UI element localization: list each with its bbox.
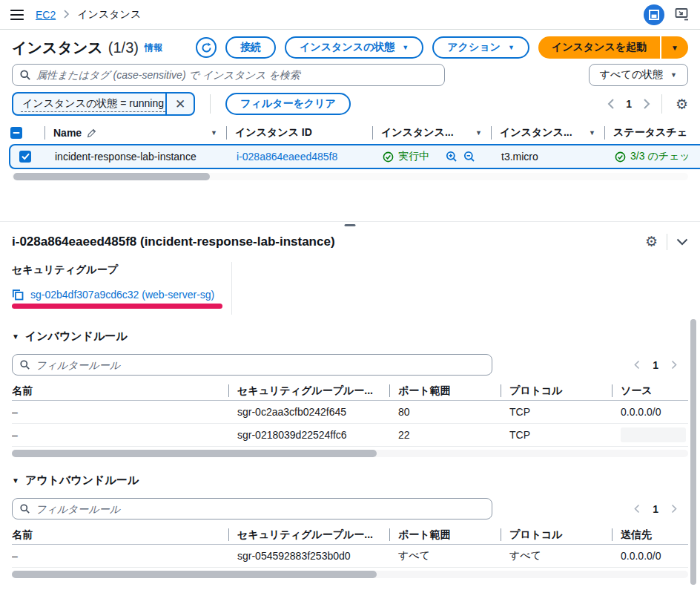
outbound-rule-row[interactable]: – sgr-054592883f253b0d0 すべて すべて 0.0.0.0/… (12, 545, 688, 568)
column-header[interactable]: 名前 (12, 381, 228, 400)
inbound-rules-toggle[interactable]: ▼ インバウンドルール (12, 330, 688, 344)
section-expand-triangle-icon: ▼ (12, 476, 19, 485)
section-expand-triangle-icon: ▼ (12, 332, 19, 341)
column-header[interactable]: プロトコル (501, 381, 612, 400)
column-header[interactable]: ソース (612, 381, 688, 400)
edit-name-icon[interactable] (87, 128, 96, 138)
instance-state-dropdown[interactable]: インスタンスの状態▼ (285, 36, 423, 59)
sort-caret-icon[interactable]: ▼ (589, 129, 595, 137)
connect-button[interactable]: 接続 (225, 36, 276, 59)
column-header[interactable]: セキュリティグループルー... (228, 381, 389, 400)
state-filter-select[interactable]: すべての状態▼ (589, 64, 688, 86)
horizontal-scrollbar-track[interactable] (12, 571, 688, 578)
breadcrumb-ec2-link[interactable]: EC2 (36, 9, 56, 21)
terminal-window-icon[interactable] (675, 7, 690, 22)
inbound-rules-title: インバウンドルール (25, 330, 128, 344)
split-panel-icon[interactable] (644, 4, 664, 25)
search-input[interactable] (36, 69, 437, 81)
clear-filters-button[interactable]: フィルターをクリア (225, 93, 351, 115)
outbound-filter-input[interactable] (36, 503, 484, 515)
inbound-rules-section: ▼ インバウンドルール 1 名前 セキュリティグループルー... ポート範囲 プ… (0, 330, 700, 457)
red-marker-underline (12, 304, 222, 309)
divider (231, 262, 232, 315)
actions-dropdown[interactable]: アクション▼ (432, 36, 529, 59)
column-header[interactable]: 送信先 (612, 525, 688, 544)
column-header-instance-id[interactable]: インスタンス ID (226, 122, 372, 144)
top-navigation-bar: EC2 インスタンス (0, 0, 700, 30)
previous-page-icon[interactable] (633, 360, 641, 370)
current-page[interactable]: 1 (626, 98, 632, 110)
panel-collapse-chevron-icon[interactable] (676, 238, 688, 246)
panel-title: i-028a864eaeed485f8 (incident-response-l… (12, 235, 335, 249)
inbound-filter-input[interactable] (36, 359, 484, 371)
column-header[interactable]: ポート範囲 (389, 381, 501, 400)
inbound-rule-row[interactable]: – sgr-0c2aa3cfb0242f645 80 TCP 0.0.0.0/0 (12, 401, 688, 424)
inbound-pagination: 1 (633, 359, 688, 371)
vertical-scrollbar-thumb[interactable] (690, 319, 696, 585)
info-link[interactable]: 情報 (145, 42, 162, 54)
panel-settings-gear-icon[interactable]: ⚙ (645, 233, 658, 250)
filter-bar: インスタンスの状態 = running ✕ フィルターをクリア 1 ⚙ (0, 86, 700, 116)
column-header[interactable]: セキュリティグループルー... (228, 525, 389, 544)
horizontal-scrollbar-track[interactable] (12, 450, 688, 457)
security-group-link[interactable]: sg-02b4df307a9cd6c32 (web-server-sg) (30, 289, 214, 301)
instance-count: (1/3) (108, 39, 139, 56)
column-header-instance-type[interactable]: インスタンス...▼ (491, 122, 604, 144)
hamburger-menu-icon[interactable] (10, 9, 24, 21)
horizontal-scrollbar-track[interactable] (12, 173, 688, 180)
next-page-icon[interactable] (670, 360, 678, 370)
remove-filter-icon[interactable]: ✕ (165, 94, 194, 114)
divider (667, 234, 667, 250)
divider (210, 94, 211, 114)
horizontal-scrollbar-thumb[interactable] (13, 173, 210, 180)
horizontal-scrollbar-thumb[interactable] (12, 450, 377, 457)
row-checkbox-checked[interactable] (19, 151, 31, 163)
inbound-rule-row[interactable]: – sgr-0218039d22524ffc6 22 TCP (12, 424, 688, 447)
refresh-button[interactable] (196, 37, 217, 58)
table-pagination: 1 (607, 98, 651, 110)
outbound-rules-section: ▼ アウトバウンドルール 1 名前 セキュリティグループルー... ポート範囲 … (0, 473, 700, 578)
select-all-checkbox[interactable] (10, 127, 22, 139)
redacted-source (621, 427, 686, 442)
column-header-name[interactable]: Name ▼ (44, 122, 226, 144)
filter-token-label[interactable]: インスタンスの状態 = running (21, 96, 165, 112)
sort-caret-icon[interactable]: ▼ (211, 129, 217, 137)
status-check-value: 3/3 のチェッ (630, 150, 690, 163)
copy-icon[interactable] (12, 289, 24, 301)
outbound-rules-toggle[interactable]: ▼ アウトバウンドルール (12, 473, 688, 488)
divider (661, 94, 662, 114)
zoom-out-icon[interactable] (463, 151, 475, 163)
column-header[interactable]: プロトコル (501, 525, 612, 544)
panel-resize-handle[interactable] (345, 224, 356, 226)
status-check-icon (615, 151, 626, 163)
instance-search-box[interactable] (12, 64, 445, 86)
previous-page-icon[interactable] (633, 504, 641, 514)
column-header[interactable]: ポート範囲 (389, 525, 501, 544)
column-header-instance-state[interactable]: インスタンス...▼ (372, 122, 491, 144)
column-header[interactable]: 名前 (12, 525, 228, 544)
outbound-filter-box[interactable] (12, 498, 492, 519)
current-page[interactable]: 1 (653, 359, 658, 371)
next-page-icon[interactable] (670, 504, 678, 514)
instances-table: Name ▼ インスタンス ID インスタンス...▼ インスタンス...▼ ス… (0, 122, 700, 180)
sort-caret-icon[interactable]: ▼ (475, 129, 482, 137)
outbound-rules-title: アウトバウンドルール (25, 473, 139, 488)
horizontal-scrollbar-thumb[interactable] (12, 571, 377, 578)
security-group-label: セキュリティグループ (12, 263, 688, 277)
launch-instance-arrow-button[interactable]: ▼ (660, 36, 688, 59)
inbound-filter-box[interactable] (12, 354, 492, 376)
next-page-icon[interactable] (642, 99, 651, 109)
instance-row-selected[interactable]: incident-response-lab-instance i-028a864… (9, 144, 700, 169)
current-page[interactable]: 1 (653, 503, 658, 515)
column-header-status-check[interactable]: ステータスチェ (604, 122, 700, 144)
breadcrumb-current: インスタンス (77, 8, 141, 22)
table-settings-gear-icon[interactable]: ⚙ (676, 96, 688, 113)
launch-instance-split-button: インスタンスを起動 ▼ (538, 36, 688, 59)
outbound-pagination: 1 (633, 503, 688, 515)
previous-page-icon[interactable] (607, 99, 615, 109)
caret-down-icon: ▼ (402, 44, 409, 51)
zoom-in-icon[interactable] (446, 151, 458, 163)
instance-id-link[interactable]: i-028a864eaeed485f8 (237, 151, 337, 163)
instance-state-value: 実行中 (398, 150, 429, 163)
launch-instance-button[interactable]: インスタンスを起動 (538, 36, 660, 59)
